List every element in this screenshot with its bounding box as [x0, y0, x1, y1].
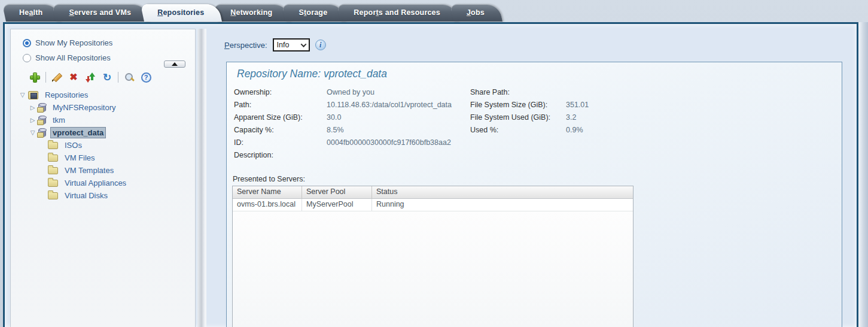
tab-repositories[interactable]: Repositories [144, 4, 222, 22]
folder-icon [48, 180, 58, 187]
repository-info-panel: Repository Name: vprotect_data Ownership… [226, 62, 842, 327]
radio-label: Show My Repositories [35, 38, 112, 47]
perspective-select[interactable]: Info [273, 38, 310, 52]
refresh-icon: ↻ [103, 72, 111, 83]
info-balloon-icon[interactable]: i [315, 40, 326, 50]
tab-storage-label: Storage [299, 8, 327, 17]
tab-jobs-label: Jobs [467, 8, 485, 17]
perspective-label: Perspective: [224, 41, 267, 50]
table-empty-area [233, 211, 633, 327]
tree-item-virtual-appliances[interactable]: Virtual Appliances [11, 177, 195, 189]
column-header-server-pool[interactable]: Server Pool [302, 186, 372, 198]
add-repository-button[interactable] [29, 71, 41, 83]
sidebar-toolbar: ✖ ↻ ? [29, 71, 195, 84]
folder-icon [48, 167, 58, 174]
radio-label: Show All Repositories [35, 53, 111, 62]
expander-open-icon[interactable] [18, 92, 27, 98]
tab-reports-and-resources[interactable]: Reports and Resources [340, 4, 458, 22]
table-row[interactable]: ovms-01.brs.local MyServerPool Running [233, 199, 633, 211]
perspective-row: Perspective: Info i [224, 38, 326, 52]
delete-x-icon: ✖ [69, 72, 77, 82]
tree-item-vprotect-data[interactable]: vprotect_data [11, 126, 195, 139]
repository-icon [38, 103, 46, 112]
tab-storage[interactable]: Storage [285, 4, 345, 22]
tab-reports-and-resources-label: Reports and Resources [354, 8, 440, 17]
toolbar-divider [118, 72, 118, 83]
tab-servers-and-vms[interactable]: Servers and VMs [56, 4, 149, 22]
pencil-icon [51, 72, 62, 83]
collapse-arrow-icon [172, 62, 178, 66]
toolbar-divider [45, 72, 46, 83]
collapse-panel-button[interactable] [164, 60, 185, 68]
tree-item-vm-files[interactable]: VM Files [11, 152, 195, 164]
repositories-sidebar: Show My Repositories Show All Repositori… [10, 29, 196, 327]
expander-closed-icon[interactable] [28, 117, 37, 123]
tab-networking-label: Networking [230, 8, 272, 17]
tab-repositories-label: Repositories [157, 8, 204, 17]
column-header-status[interactable]: Status [372, 186, 633, 198]
presented-to-servers-caption: Presented to Servers: [233, 175, 842, 183]
tab-bar: Health Servers and VMs Repositories Netw… [6, 4, 498, 22]
page-right-edge [858, 22, 868, 327]
tab-servers-and-vms-label: Servers and VMs [69, 8, 131, 17]
expander-open-icon[interactable] [28, 129, 37, 136]
repository-icon [38, 116, 46, 125]
repository-icon [38, 128, 46, 137]
tab-health-label: Health [19, 8, 42, 17]
radio-button-selected-icon[interactable] [23, 39, 31, 47]
folder-icon [48, 142, 58, 149]
tree-item-mynfsrepository[interactable]: MyNFSRepository [11, 101, 195, 114]
cell-server-name: ovms-01.brs.local [233, 199, 302, 211]
panel-splitter[interactable] [197, 29, 206, 327]
tree-item-isos[interactable]: ISOs [11, 139, 195, 152]
radio-show-my-repositories[interactable]: Show My Repositories [23, 38, 195, 47]
refresh-repository-button[interactable]: ↻ [101, 71, 113, 83]
tab-networking[interactable]: Networking [217, 4, 290, 22]
tree-item-tkm[interactable]: tkm [11, 114, 195, 126]
tab-health[interactable]: Health [6, 4, 60, 22]
find-button[interactable] [123, 71, 135, 83]
perspective-select-value: Info [277, 41, 290, 49]
repository-fields: Ownership:Owned by you Path:10.118.48.63… [234, 86, 842, 162]
cell-server-pool: MyServerPool [302, 199, 372, 211]
edit-repository-button[interactable] [51, 71, 63, 83]
repositories-root-icon [28, 91, 38, 99]
question-mark-icon: ? [141, 72, 151, 83]
fields-right-column: Share Path: File System Size (GiB):351.0… [470, 86, 589, 162]
chevron-down-icon [300, 41, 306, 47]
repositories-tree: Repositories MyNFSRepository tkm vprotec… [11, 89, 195, 202]
delete-repository-button[interactable]: ✖ [68, 71, 80, 83]
tree-item-vm-templates[interactable]: VM Templates [11, 164, 195, 177]
present-arrows-icon [85, 72, 96, 83]
cell-status: Running [372, 199, 633, 211]
table-header-row: Server Name Server Pool Status [233, 186, 633, 199]
presented-servers-table: Server Name Server Pool Status ovms-01.b… [232, 186, 634, 327]
tree-item-repositories[interactable]: Repositories [11, 89, 195, 101]
fields-left-column: Ownership:Owned by you Path:10.118.48.63… [234, 86, 470, 162]
column-header-server-name[interactable]: Server Name [233, 186, 302, 198]
page-title: Repository Name: vprotect_data [237, 68, 842, 80]
help-button[interactable]: ? [140, 71, 152, 83]
present-repository-button[interactable] [84, 71, 96, 83]
expander-closed-icon[interactable] [28, 104, 37, 111]
magnifier-icon [124, 72, 135, 83]
main-frame: Show My Repositories Show All Repositori… [3, 22, 858, 327]
radio-button-icon[interactable] [23, 54, 31, 62]
plus-icon [31, 73, 39, 82]
tree-item-virtual-disks[interactable]: Virtual Disks [11, 189, 195, 202]
tab-jobs[interactable]: Jobs [453, 4, 502, 22]
folder-icon [48, 192, 58, 199]
folder-icon [48, 155, 58, 162]
